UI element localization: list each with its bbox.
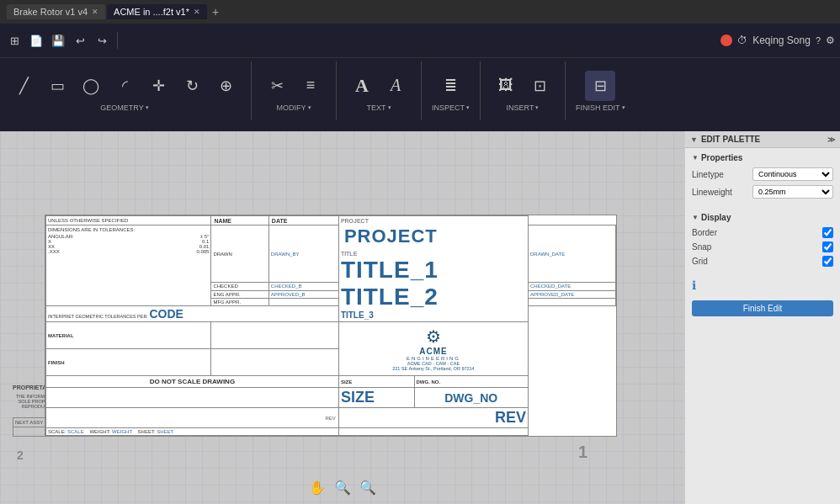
title-label: TITLE <box>341 251 526 257</box>
mfg-approved <box>268 298 338 305</box>
tab-label: Brake Rotor v1 v4 <box>13 7 88 17</box>
size-label: SIZE <box>338 376 414 388</box>
arc-tool[interactable]: ◜ <box>109 71 140 101</box>
offset-tool[interactable]: ⊕ <box>210 71 241 101</box>
inspect-icons-row: ≣ <box>436 71 466 101</box>
undo-icon[interactable]: ↩ <box>71 31 89 50</box>
modify-icons-row: ✂ ≡ <box>262 71 326 101</box>
insert-icons-row: 🖼 ⊡ <box>491 71 555 101</box>
snap-checkbox[interactable] <box>822 241 833 252</box>
lineweight-row: Lineweight 0.25mm 0.5mm 0.75mm <box>692 185 833 199</box>
scale-value: SCALE <box>67 429 84 434</box>
checked-by: CHECKED_B <box>268 283 338 290</box>
project-value: PROJECT <box>341 224 526 249</box>
user-name: Keqing Song <box>752 34 811 46</box>
file-icon[interactable]: 📄 <box>27 31 45 50</box>
material-label: MATERIAL <box>46 322 211 349</box>
finish-edit-chevron: ▾ <box>622 104 625 111</box>
extend-tool[interactable]: ≡ <box>295 71 326 101</box>
linetype-label: Linetype <box>692 170 752 179</box>
point-tool[interactable]: ✛ <box>143 71 173 101</box>
acme-address: ACME CAD - CAM - CAE 221 SE Ankeny St., … <box>392 361 475 371</box>
main-area: PROPRIETARY AND CONFIDENTIAL THE INFORMA… <box>0 131 840 504</box>
scale-right-cell <box>338 428 528 436</box>
scale-row: SCALE: SCALE WEIGHT: WEIGHT SHEET: SHEET <box>46 428 616 436</box>
toolbar-sep-1 <box>251 61 252 120</box>
text-chevron: ▾ <box>388 104 391 111</box>
border-row: Border <box>692 227 833 238</box>
save-icon[interactable]: 💾 <box>49 31 67 50</box>
linetype-select[interactable]: Continuous Dashed Dotted <box>752 167 833 181</box>
grid-row: Grid <box>692 256 833 267</box>
rotate-tool[interactable]: ↻ <box>177 71 207 101</box>
panel-title: EDIT PALETTE <box>701 135 760 144</box>
finish-row: FINISH <box>46 349 616 376</box>
display-section-title[interactable]: ▼ Display <box>692 213 833 222</box>
settings-icon[interactable]: ⚙ <box>826 34 835 46</box>
title-bar: Brake Rotor v1 v4 ✕ ACME in ....f2t v1* … <box>0 0 840 24</box>
rich-text-tool[interactable]: A <box>380 71 411 101</box>
canvas-area[interactable]: PROPRIETARY AND CONFIDENTIAL THE INFORMA… <box>0 131 684 504</box>
lineweight-label: Lineweight <box>692 188 752 197</box>
properties-title: Properties <box>701 153 742 162</box>
properties-section-title[interactable]: ▼ Properties <box>692 153 833 162</box>
circle-tool[interactable]: ◯ <box>76 71 106 101</box>
tab-acme[interactable]: ACME in ....f2t v1* ✕ <box>107 4 207 19</box>
title3-value: TITLE_3 <box>341 310 526 320</box>
finish-edit-button[interactable]: Finish Edit <box>692 300 833 316</box>
rev-row: REV REV <box>46 408 616 428</box>
toolbar-sep-5 <box>565 61 566 120</box>
material-row: MATERIAL ⚙ ACME ENGINEERING ACME CAD - C… <box>46 322 616 349</box>
apps-icon[interactable]: ⊞ <box>5 31 24 50</box>
display-section: ▼ Display Border Snap Grid <box>685 208 840 275</box>
trim-tool[interactable]: ✂ <box>262 71 292 101</box>
border-checkbox[interactable] <box>822 227 833 238</box>
rect-tool[interactable]: ▭ <box>42 71 72 101</box>
pan-icon[interactable]: ✋ <box>309 480 326 496</box>
help-icon[interactable]: ? <box>816 35 821 45</box>
image-tool[interactable]: 🖼 <box>491 71 521 101</box>
display-title: Display <box>701 213 731 222</box>
tab-close-brake[interactable]: ✕ <box>92 8 98 16</box>
title-block-table: UNLESS OTHERWISE SPECIFIED NAME DATE PRO… <box>45 215 616 436</box>
inspect-group: ≣ INSPECT ▾ <box>432 71 470 112</box>
size-dwg-row: SIZE DWG_NO <box>46 388 616 408</box>
finish-edit-label: FINISH EDIT ▾ <box>576 103 625 112</box>
new-tab-button[interactable]: + <box>212 5 219 19</box>
zoom-out-icon[interactable]: 🔍 <box>359 480 376 496</box>
title-block: UNLESS OTHERWISE SPECIFIED NAME DATE PRO… <box>45 215 617 437</box>
info-icon[interactable]: ℹ <box>692 279 833 292</box>
panel-collapse-icon[interactable]: ▼ <box>690 135 698 144</box>
title2-value: TITLE_2 <box>341 284 526 310</box>
inspect-tool[interactable]: ≣ <box>436 71 466 101</box>
main-toolbar: ⊞ 📄 💾 ↩ ↪ ⏱ Keqing Song ? ⚙ <box>0 24 840 57</box>
xxx-row: .XXX 0.005 <box>48 249 209 254</box>
right-panel: ▼ EDIT PALETTE ≫ ▼ Properties Linetype C… <box>684 131 840 504</box>
checked-label: CHECKED <box>211 283 268 290</box>
tab-close-acme[interactable]: ✕ <box>194 8 200 16</box>
do-not-scale-text: DO NOT SCALE DRAWING <box>46 376 339 388</box>
name-col-header: NAME <box>211 216 268 225</box>
redo-icon[interactable]: ↪ <box>93 31 111 50</box>
lineweight-select[interactable]: 0.25mm 0.5mm 0.75mm <box>752 185 833 199</box>
project-label: PROJECT <box>341 218 526 224</box>
line-tool[interactable]: ╱ <box>8 71 39 101</box>
record-button[interactable] <box>720 34 732 46</box>
drawn-date: DRAWN_DATE <box>528 225 615 283</box>
geometry-group: ╱ ▭ ◯ ◜ ✛ ↻ ⊕ GEOMETRY ▾ <box>8 71 241 112</box>
finish-edit-icons-row: ⊟ <box>585 71 615 101</box>
grid-checkbox[interactable] <box>822 256 833 267</box>
geometry-label: GEOMETRY ▾ <box>100 103 148 112</box>
finish-edit-tool[interactable]: ⊟ <box>585 71 615 101</box>
panel-expand-icon[interactable]: ≫ <box>827 135 835 144</box>
weight-label: WEIGHT: <box>89 429 110 434</box>
mfg-appr-label: MFG APPR. <box>211 298 268 305</box>
linetype-row: Linetype Continuous Dashed Dotted <box>692 167 833 181</box>
display-arrow: ▼ <box>692 214 699 221</box>
block-tool[interactable]: ⊡ <box>524 71 555 101</box>
weight-value: WEIGHT <box>112 429 132 434</box>
zoom-in-icon[interactable]: 🔍 <box>334 480 351 496</box>
material-value <box>211 322 338 349</box>
text-tool[interactable]: A <box>347 71 377 101</box>
tab-brake-rotor[interactable]: Brake Rotor v1 v4 ✕ <box>7 4 105 19</box>
